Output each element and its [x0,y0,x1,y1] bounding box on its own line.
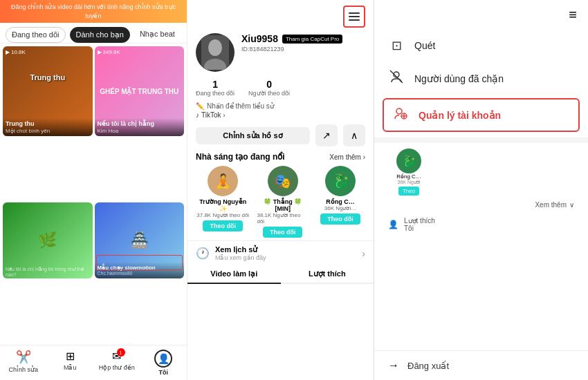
see-more-text: Xem thêm [535,201,567,209]
chevron-up-icon: ∧ [351,130,358,141]
slide-toi-row: 👤 Lượt thích Tôi [374,211,588,238]
history-text-block: Xem lịch sử Mẫu xem gần đây [215,245,266,261]
tab-likes[interactable]: Lượt thích [281,265,374,284]
feed-card-3[interactable]: 🌿 Nếu tôi là chị Hằng thì trông như thế … [3,202,93,278]
feed-tabs: Đang theo dõi Dành cho bạn Nhạc beat L [0,23,187,44]
scissors-icon: ✂️ [16,350,31,365]
creators-list: 🧘 Trường Nguyễn ✨ 37.8K Người theo dõi T… [196,166,365,238]
card1-overlay: Trung thu Một chút bình yên [3,118,93,136]
svg-rect-2 [349,19,360,21]
nav-inbox[interactable]: 1 ✉ Hộp thư đến [93,348,140,377]
nav-edit[interactable]: ✂️ Chỉnh sửa [0,348,47,377]
logout-icon: → [388,359,399,372]
slide-toi-label: Lượt thích [404,217,435,225]
tab-redo-videos[interactable]: Video làm lại [187,265,281,284]
card3-sub: Nếu tôi là chị Hằng thì trông như thế nà… [6,267,90,277]
feed-grid: Trung thu ▶10.8K Trung thu Một chút bình… [0,44,187,345]
svg-point-8 [396,108,402,114]
card4-selection-border [96,255,183,270]
share-button[interactable]: ↗ [315,124,338,146]
inbox-badge: 1 [117,348,125,357]
history-row[interactable]: 🕐 Xem lịch sử Mẫu xem gần đây › [187,240,374,265]
creator-card-2: 🐉 Rồng C… 36K Người… Theo dõi [315,166,365,238]
creator-card-1: 🎭 🍀 Thắng 🍀[MIN] 38.1K Người theo dõi Th… [257,166,309,238]
account-manage-icon [392,106,409,124]
follow-btn-1[interactable]: Theo dõi [263,227,303,238]
feed-banner: Đăng chỉnh sửa video dài hơn với tính nă… [0,0,187,23]
history-icon: 🕐 [196,247,210,260]
slide-toi-icon: 👤 [388,220,398,229]
feed-card-4[interactable]: 🏯 Mẫu chạy slowmotion Chc.haenmax80 [95,202,185,278]
creators-header: Nhà sáng tạo đang nổi Xem thêm › [196,152,365,162]
bottom-nav: ✂️ Chỉnh sửa ⊞ Mẫu 1 ✉ Hộp thư đến 👤 Tôi [0,345,187,380]
svg-rect-1 [349,16,360,17]
bio-placeholder[interactable]: ✏️ Nhấn để thêm tiểu sử [196,102,365,110]
see-more-row[interactable]: Xem thêm ∨ [374,198,588,211]
profile-details: Xiu9958 Tham gia CapCut Pro ID:818482123… [241,33,365,53]
card1-text: Trung thu [30,73,65,82]
slide-creator-avatar-0: 🐉 [396,149,421,173]
menu-item-blocked[interactable]: Người dùng đã chặn [374,61,588,95]
nav-templates[interactable]: ⊞ Mẫu [47,348,94,377]
tiktok-link[interactable]: ♪ TikTok › [196,111,365,119]
tab-music-beat[interactable]: Nhạc beat [134,27,181,43]
share-icon: ↗ [322,130,331,141]
stat-followers: 0 Người theo dõi [248,79,290,97]
edit-btn-row: Chỉnh sửa hồ sơ ↗ ∧ [187,122,374,149]
creator-avatar-0: 🧘 [208,166,238,196]
follow-btn-2[interactable]: Theo dõi [320,213,360,225]
see-more-chevron: ∨ [569,201,574,209]
history-chevron: › [362,248,365,259]
menu-item-account-management[interactable]: Quản lý tài khoản [383,98,580,132]
profile-info: Xiu9958 Tham gia CapCut Pro ID:818482123… [187,30,374,75]
profile-tabs: Video làm lại Lượt thích [187,265,374,284]
slide-toi-name: Tôi [404,225,435,232]
tiktok-logo: ♪ [196,111,199,119]
feed-card-1[interactable]: Trung thu ▶10.8K Trung thu Một chút bình… [3,46,93,136]
follow-btn-0[interactable]: Theo dõi [203,220,243,231]
scan-icon: ⊡ [388,38,405,53]
profile-panel: Xiu9958 Tham gia CapCut Pro ID:818482123… [187,0,374,380]
profile-username: Xiu9958 [241,33,278,44]
collapse-button[interactable]: ∧ [343,124,365,146]
history-left: 🕐 Xem lịch sử Mẫu xem gần đây [196,245,266,261]
menu-item-scan[interactable]: ⊡ Quét [374,30,588,61]
slide-menu: ≡ ⊡ Quét Người dùng đã chặn Quản l [374,0,588,380]
capcut-badge: Tham gia CapCut Pro [282,35,342,44]
feed-card-2[interactable]: GHÉP MẶT TRUNG THU ▶349.8K Nếu tôi là ch… [95,46,185,136]
svg-rect-0 [349,12,360,14]
slide-menu-header: ≡ [374,0,588,30]
feed-panel: Đăng chỉnh sửa video dài hơn với tính nă… [0,0,187,380]
creator-card-0: 🧘 Trường Nguyễn ✨ 37.8K Người theo dõi T… [196,166,250,238]
template-icon: ⊞ [66,350,75,363]
logout-row[interactable]: → Đăng xuất [374,350,588,380]
see-more-link[interactable]: Xem thêm › [329,153,365,161]
edit-profile-button[interactable]: Chỉnh sửa hồ sơ [196,127,310,144]
slide-follow-btn-0[interactable]: Theo [398,187,419,196]
tab-for-you[interactable]: Dành cho bạn [70,27,130,43]
profile-header [187,0,374,30]
edit-bio-icon: ✏️ [196,102,204,110]
nav-me[interactable]: 👤 Tôi [140,348,187,377]
menu-button[interactable] [343,6,365,28]
card2-overlay: Nếu tôi là chị hằng Kim Hoa [95,118,185,136]
tiktok-chevron: › [223,112,226,119]
stat-following: 1 Đang theo dõi [196,79,235,97]
creator-avatar-2: 🐉 [325,166,356,196]
profile-stats: 1 Đang theo dõi 0 Người theo dõi [187,75,374,101]
tab-following[interactable]: Đang theo dõi [6,27,66,43]
card2-text: GHÉP MẶT TRUNG THU [97,85,181,98]
close-menu-icon[interactable]: ≡ [569,7,577,23]
avatar-image [201,35,229,70]
svg-point-4 [208,39,222,56]
me-icon: 👤 [154,350,172,368]
card1-views: ▶10.8K [6,49,26,55]
menu-divider [374,137,588,143]
profile-name-row: Xiu9958 Tham gia CapCut Pro [241,33,365,44]
card2-views: ▶349.8K [98,49,120,55]
profile-id: ID:8184821239 [241,46,365,53]
creator-avatar-1: 🎭 [268,166,298,196]
slide-creators-preview: 🐉 Rồng C… 36K Người Theo [374,146,588,198]
blocked-user-icon [388,70,405,87]
bio-section: ✏️ Nhấn để thêm tiểu sử ♪ TikTok › [187,101,374,122]
